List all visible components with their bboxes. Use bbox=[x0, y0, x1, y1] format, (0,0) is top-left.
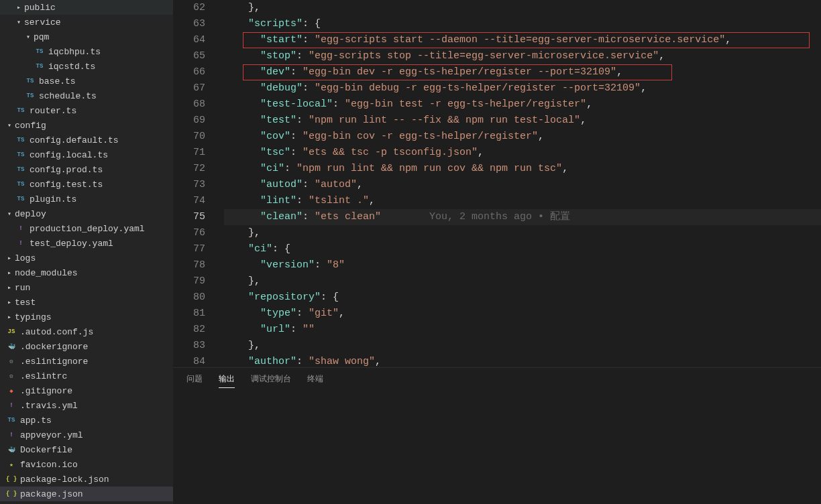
file-appveyor.yml[interactable]: !appveyor.yml bbox=[0, 428, 173, 442]
code-content[interactable]: }, "scripts": { "start": "egg-scripts st… bbox=[219, 0, 821, 367]
line-number: 75 bbox=[173, 209, 205, 225]
file-.gitignore[interactable]: ◆.gitignore bbox=[0, 383, 173, 398]
file-iqcbhpu.ts[interactable]: TSiqcbhpu.ts bbox=[0, 44, 173, 59]
code-line[interactable]: "ci": { bbox=[224, 241, 821, 257]
folder-config[interactable]: ▾config bbox=[0, 118, 173, 133]
docker-icon: 🐳 bbox=[5, 343, 17, 351]
file-package.json[interactable]: { }package.json bbox=[0, 487, 173, 501]
code-line[interactable]: "version": "8" bbox=[224, 257, 821, 273]
folder-deploy[interactable]: ▾deploy bbox=[0, 206, 173, 221]
code-line[interactable]: }, bbox=[224, 338, 821, 354]
chevron-icon: ▾ bbox=[24, 33, 32, 41]
panel-tabs[interactable]: 问题输出调试控制台终端 bbox=[173, 367, 821, 393]
folder-test[interactable]: ▸test bbox=[0, 295, 173, 310]
file-.eslintrc[interactable]: ⚙.eslintrc bbox=[0, 369, 173, 383]
code-line[interactable]: "scripts": { bbox=[224, 16, 821, 32]
file-.eslintignore[interactable]: ⚙.eslintignore bbox=[0, 354, 173, 369]
line-number: 66 bbox=[173, 64, 205, 80]
tree-item-label: favicon.ico bbox=[20, 460, 78, 470]
folder-service[interactable]: ▾service bbox=[0, 15, 173, 29]
code-line[interactable]: "ci": "npm run lint && npm run cov && np… bbox=[224, 161, 821, 177]
ts-icon: TS bbox=[15, 181, 27, 188]
file-config.default.ts[interactable]: TSconfig.default.ts bbox=[0, 133, 173, 147]
code-line[interactable]: "url": "" bbox=[224, 322, 821, 338]
code-line[interactable]: }, bbox=[224, 225, 821, 241]
tree-item-label: base.ts bbox=[39, 76, 76, 86]
line-number-gutter: 6263646566676869707172737475767778798081… bbox=[173, 0, 219, 367]
tree-item-label: .travis.yml bbox=[20, 401, 78, 411]
chevron-icon: ▾ bbox=[15, 18, 23, 26]
code-line[interactable]: "debug": "egg-bin debug -r egg-ts-helper… bbox=[224, 80, 821, 97]
file-config.local.ts[interactable]: TSconfig.local.ts bbox=[0, 147, 173, 162]
tree-item-label: plugin.ts bbox=[30, 194, 76, 204]
file-test_deploy.yaml[interactable]: !test_deploy.yaml bbox=[0, 236, 173, 251]
chevron-icon: ▸ bbox=[5, 254, 13, 262]
panel-tab-终端[interactable]: 终端 bbox=[307, 373, 323, 388]
folder-public[interactable]: ▸public bbox=[0, 0, 173, 15]
line-number: 67 bbox=[173, 80, 205, 97]
file-iqcstd.ts[interactable]: TSiqcstd.ts bbox=[0, 59, 173, 74]
code-editor[interactable]: 6263646566676869707172737475767778798081… bbox=[173, 0, 821, 367]
code-line[interactable]: "author": "shaw wong", bbox=[224, 354, 821, 367]
code-line[interactable]: "stop": "egg-scripts stop --title=egg-se… bbox=[224, 48, 821, 64]
tree-item-label: config bbox=[15, 121, 46, 131]
file-.dockerignore[interactable]: 🐳.dockerignore bbox=[0, 339, 173, 354]
file-.travis.yml[interactable]: !.travis.yml bbox=[0, 398, 173, 413]
folder-run[interactable]: ▸run bbox=[0, 280, 173, 295]
file-favicon.ico[interactable]: ★favicon.ico bbox=[0, 457, 173, 472]
panel-tab-调试控制台[interactable]: 调试控制台 bbox=[251, 373, 291, 388]
file-explorer-sidebar[interactable]: ▸public▾service▾pqmTSiqcbhpu.tsTSiqcstd.… bbox=[0, 0, 173, 504]
tree-item-label: router.ts bbox=[30, 106, 76, 116]
file-package-lock.json[interactable]: { }package-lock.json bbox=[0, 472, 173, 487]
code-line[interactable]: "autod": "autod", bbox=[224, 177, 821, 193]
file-.autod.conf.js[interactable]: JS.autod.conf.js bbox=[0, 324, 173, 339]
panel-tab-问题[interactable]: 问题 bbox=[186, 373, 203, 388]
panel-tab-输出[interactable]: 输出 bbox=[219, 373, 235, 388]
star-icon: ★ bbox=[5, 461, 17, 468]
tree-item-label: test_deploy.yaml bbox=[30, 239, 113, 249]
file-production_deploy.yaml[interactable]: !production_deploy.yaml bbox=[0, 221, 173, 236]
file-config.prod.ts[interactable]: TSconfig.prod.ts bbox=[0, 162, 173, 177]
git-icon: ◆ bbox=[5, 387, 17, 395]
ts-icon: TS bbox=[15, 166, 27, 173]
line-number: 64 bbox=[173, 32, 205, 48]
code-line[interactable]: "test-local": "egg-bin test -r egg-ts-he… bbox=[224, 97, 821, 113]
code-line[interactable]: "lint": "tslint .", bbox=[224, 193, 821, 209]
code-line[interactable]: "clean": "ets clean" You, 2 months ago •… bbox=[224, 209, 821, 225]
tree-item-label: .autod.conf.js bbox=[20, 327, 93, 337]
tree-item-label: iqcstd.ts bbox=[48, 62, 95, 72]
line-number: 68 bbox=[173, 97, 205, 113]
panel-body[interactable] bbox=[173, 393, 821, 504]
tree-item-label: production_deploy.yaml bbox=[30, 224, 145, 234]
code-line[interactable]: "start": "egg-scripts start --daemon --t… bbox=[224, 32, 821, 48]
file-config.test.ts[interactable]: TSconfig.test.ts bbox=[0, 177, 173, 192]
code-line[interactable]: "tsc": "ets && tsc -p tsconfig.json", bbox=[224, 145, 821, 161]
folder-typings[interactable]: ▸typings bbox=[0, 310, 173, 324]
code-line[interactable]: "repository": { bbox=[224, 290, 821, 306]
tree-item-label: .gitignore bbox=[20, 386, 72, 396]
file-Dockerfile[interactable]: 🐳Dockerfile bbox=[0, 442, 173, 457]
code-line[interactable]: "dev": "egg-bin dev -r egg-ts-helper/reg… bbox=[224, 64, 821, 80]
code-line[interactable]: }, bbox=[224, 0, 821, 16]
docker-icon: 🐳 bbox=[5, 446, 17, 454]
yaml-icon: ! bbox=[15, 225, 27, 232]
file-schedule.ts[interactable]: TSschedule.ts bbox=[0, 88, 173, 103]
code-line[interactable]: "type": "git", bbox=[224, 306, 821, 322]
file-router.ts[interactable]: TSrouter.ts bbox=[0, 103, 173, 118]
file-base.ts[interactable]: TSbase.ts bbox=[0, 74, 173, 88]
tree-item-label: node_modules bbox=[15, 268, 78, 278]
code-line[interactable]: }, bbox=[224, 273, 821, 290]
chevron-icon: ▸ bbox=[5, 269, 13, 277]
folder-pqm[interactable]: ▾pqm bbox=[0, 29, 173, 44]
code-line[interactable]: "cov": "egg-bin cov -r egg-ts-helper/reg… bbox=[224, 129, 821, 145]
line-number: 81 bbox=[173, 306, 205, 322]
conf-icon: ⚙ bbox=[5, 373, 17, 380]
code-line[interactable]: "test": "npm run lint -- --fix && npm ru… bbox=[224, 113, 821, 129]
line-number: 74 bbox=[173, 193, 205, 209]
folder-logs[interactable]: ▸logs bbox=[0, 251, 173, 265]
file-plugin.ts[interactable]: TSplugin.ts bbox=[0, 192, 173, 206]
folder-node_modules[interactable]: ▸node_modules bbox=[0, 265, 173, 280]
file-app.ts[interactable]: TSapp.ts bbox=[0, 413, 173, 428]
line-number: 63 bbox=[173, 16, 205, 32]
tree-item-label: Dockerfile bbox=[20, 445, 72, 455]
